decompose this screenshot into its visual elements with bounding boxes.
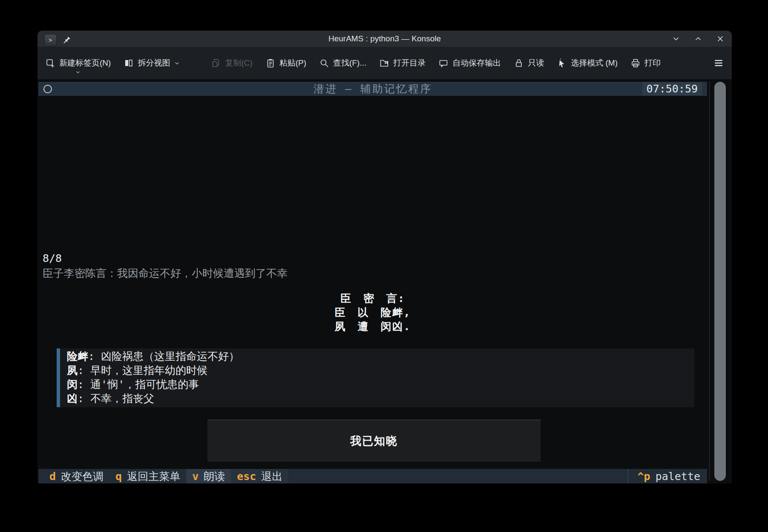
annotation-term: 险衅 — [67, 350, 88, 362]
select-mode-label: 选择模式 (M) — [571, 58, 618, 69]
annotation-line: 凶: 不幸，指丧父 — [67, 391, 694, 405]
poem-line: 臣 密 言: — [38, 291, 707, 305]
paste-button[interactable]: 粘贴(P) — [265, 58, 306, 69]
key-label: d — [49, 470, 56, 483]
print-button[interactable]: 打印 — [630, 58, 661, 69]
translation-hint: 臣子李密陈言：我因命运不好，小时候遭遇到了不幸 — [43, 266, 288, 280]
keybinding-bar: d 改变色调 q 返回主菜单 v 朗读 esc 退出 — [38, 469, 707, 483]
action-label: 返回主菜单 — [127, 469, 180, 483]
key-hint-read-aloud[interactable]: v 朗读 — [186, 469, 231, 483]
new-tab-label: 新建标签页(N) — [59, 58, 111, 69]
chevron-down-icon[interactable] — [75, 69, 81, 75]
annotation-def: : 通'悯'，指可忧患的事 — [78, 378, 199, 391]
key-hint-main-menu[interactable]: q 返回主菜单 — [109, 469, 186, 483]
acknowledge-button[interactable]: 我已知晓 — [207, 420, 541, 462]
annotation-def: : 早时，这里指年幼的时候 — [78, 364, 207, 377]
key-label: q — [115, 470, 122, 483]
key-hint-exit[interactable]: esc 退出 — [231, 469, 288, 483]
split-view-button[interactable]: 拆分视图 — [124, 58, 180, 69]
scrollbar-thumb[interactable] — [714, 82, 726, 481]
toolbar: 新建标签页(N) 拆分视图 复制(C) 粘贴(P) 查找(F)... — [37, 47, 732, 79]
annotation-line: 夙: 早时，这里指年幼的时候 — [67, 363, 694, 377]
annotation-def: : 凶险祸患（这里指命运不好） — [88, 350, 239, 362]
open-directory-button[interactable]: 打开目录 — [379, 58, 426, 69]
poem-block: 臣 密 言: 臣 以 险衅, 夙 遭 闵凶. — [38, 291, 707, 334]
action-label: 改变色调 — [61, 469, 104, 483]
find-button[interactable]: 查找(F)... — [319, 58, 366, 69]
annotation-term: 凶 — [67, 392, 78, 405]
split-view-label: 拆分视图 — [138, 58, 170, 69]
output-bubble-icon — [438, 58, 449, 68]
key-hint-change-theme[interactable]: d 改变色调 — [43, 469, 109, 483]
action-label: palette — [656, 470, 700, 483]
maximize-button[interactable] — [693, 34, 703, 43]
copy-button: 复制(C) — [211, 58, 252, 69]
copy-icon — [211, 58, 221, 68]
cursor-icon — [557, 58, 567, 68]
desktop: > HeurAMS : python3 — Konsole 新建标签页(N) 拆… — [0, 0, 768, 532]
title-bar: > HeurAMS : python3 — Konsole — [37, 31, 732, 47]
key-label: esc — [237, 470, 256, 483]
copy-label: 复制(C) — [225, 58, 252, 69]
autosave-output-label: 自动保存输出 — [452, 58, 501, 69]
annotation-line: 险衅: 凶险祸患（这里指命运不好） — [67, 349, 694, 363]
window-title: HeurAMS : python3 — Konsole — [37, 34, 732, 43]
paste-icon — [265, 58, 276, 68]
key-label: ^p — [638, 470, 650, 483]
chevron-down-icon — [174, 60, 180, 66]
konsole-window: > HeurAMS : python3 — Konsole 新建标签页(N) 拆… — [37, 31, 732, 483]
annotation-line: 闵: 通'悯'，指可忧患的事 — [67, 377, 694, 391]
search-icon — [319, 58, 329, 68]
action-label: 退出 — [261, 469, 282, 483]
tui-app: 潜进 – 辅助记忆程序 07:50:59 8/8 臣子李密陈言：我因命运不好，小… — [38, 82, 707, 483]
scrollbar[interactable] — [709, 82, 731, 481]
tui-header: 潜进 – 辅助记忆程序 07:50:59 — [38, 82, 707, 96]
split-view-icon — [124, 58, 134, 68]
select-mode-button[interactable]: 选择模式 (M) — [557, 58, 618, 69]
lock-icon — [514, 58, 524, 68]
autosave-output-button[interactable]: 自动保存输出 — [438, 58, 501, 69]
read-only-label: 只读 — [528, 58, 544, 69]
hamburger-menu-icon[interactable] — [713, 58, 724, 69]
read-only-button[interactable]: 只读 — [514, 58, 544, 69]
poem-line: 夙 遭 闵凶. — [38, 319, 707, 334]
new-tab-icon — [45, 58, 55, 68]
minimize-button[interactable] — [671, 34, 681, 43]
close-button[interactable] — [716, 34, 725, 43]
paste-label: 粘贴(P) — [279, 58, 306, 69]
terminal-view[interactable]: 潜进 – 辅助记忆程序 07:50:59 8/8 臣子李密陈言：我因命运不好，小… — [37, 79, 732, 483]
printer-icon — [630, 58, 641, 68]
find-label: 查找(F)... — [333, 58, 366, 69]
annotation-term: 闵 — [67, 378, 78, 391]
open-directory-label: 打开目录 — [393, 58, 426, 69]
folder-icon — [379, 58, 389, 68]
new-tab-button[interactable]: 新建标签页(N) — [45, 58, 111, 69]
annotation-term: 夙 — [67, 364, 78, 377]
annotation-def: : 不幸，指丧父 — [78, 392, 154, 405]
clock: 07:50:59 — [642, 82, 702, 95]
action-label: 朗读 — [204, 469, 225, 483]
poem-line: 臣 以 险衅, — [38, 305, 707, 319]
key-hint-palette[interactable]: ^p palette — [628, 469, 707, 483]
annotation-box: 险衅: 凶险祸患（这里指命运不好） 夙: 早时，这里指年幼的时候 闵: 通'悯'… — [57, 348, 694, 407]
print-label: 打印 — [644, 58, 661, 69]
progress-counter: 8/8 — [43, 252, 62, 265]
app-title: 潜进 – 辅助记忆程序 — [38, 82, 707, 96]
key-label: v — [192, 470, 198, 483]
